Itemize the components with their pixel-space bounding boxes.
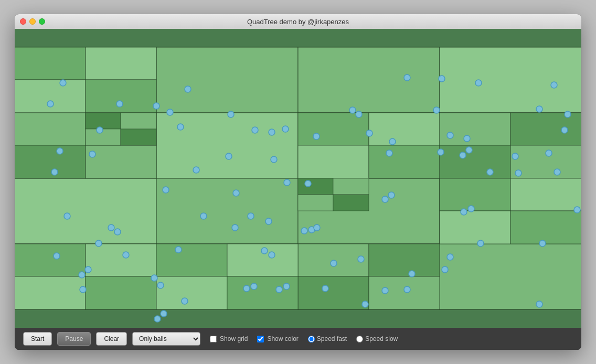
svg-point-81: [282, 126, 289, 132]
show-color-label: Show color: [267, 335, 298, 342]
svg-point-135: [79, 272, 85, 278]
svg-point-142: [276, 286, 282, 293]
svg-point-111: [574, 207, 580, 213]
svg-rect-25: [15, 113, 86, 145]
svg-point-112: [64, 213, 70, 219]
svg-point-78: [177, 124, 184, 130]
close-button[interactable]: [20, 18, 26, 25]
svg-rect-22: [86, 47, 156, 80]
svg-rect-42: [369, 244, 440, 276]
svg-point-149: [80, 286, 86, 293]
window-title: QuadTree demo by @jirkapenzes: [247, 18, 349, 26]
svg-rect-50: [510, 178, 581, 211]
svg-point-125: [123, 252, 129, 258]
svg-point-66: [551, 82, 557, 88]
svg-rect-33: [440, 113, 510, 145]
svg-point-91: [386, 150, 392, 156]
svg-rect-40: [86, 276, 156, 309]
svg-point-76: [565, 111, 571, 117]
svg-point-70: [167, 109, 173, 115]
speed-slow-label: Speed slow: [365, 335, 398, 342]
svg-point-75: [536, 106, 542, 112]
show-grid-checkbox[interactable]: [210, 336, 217, 342]
show-grid-group: Show grid: [210, 335, 248, 342]
toolbar: Start Pause Clear Only balls Show all Hi…: [15, 328, 581, 350]
speed-fast-radio[interactable]: [308, 336, 315, 342]
speed-fast-group: Speed fast: [308, 335, 347, 342]
svg-point-63: [404, 74, 410, 81]
svg-point-140: [243, 285, 250, 292]
clear-button[interactable]: Clear: [96, 332, 127, 346]
show-grid-label: Show grid: [220, 335, 248, 342]
svg-point-130: [358, 256, 364, 262]
speed-fast-label: Speed fast: [317, 335, 347, 342]
svg-point-107: [382, 196, 388, 202]
svg-rect-60: [227, 276, 298, 309]
mode-select[interactable]: Only balls Show all Hide all: [132, 332, 200, 346]
svg-point-152: [161, 311, 167, 317]
svg-rect-56: [333, 195, 369, 211]
svg-point-104: [233, 190, 239, 196]
svg-point-74: [433, 107, 440, 113]
start-button[interactable]: Start: [23, 332, 52, 346]
speed-slow-radio[interactable]: [356, 336, 363, 342]
svg-point-82: [313, 133, 320, 140]
svg-rect-27: [15, 145, 86, 178]
traffic-lights: [20, 18, 45, 25]
svg-point-123: [468, 206, 474, 212]
svg-rect-45: [86, 113, 121, 129]
svg-rect-53: [298, 178, 333, 195]
svg-rect-34: [510, 113, 581, 145]
svg-point-127: [261, 248, 268, 254]
svg-point-146: [382, 287, 388, 294]
svg-point-79: [252, 127, 258, 133]
svg-rect-21: [15, 47, 86, 80]
minimize-button[interactable]: [29, 18, 36, 25]
svg-rect-32: [369, 145, 440, 178]
svg-point-93: [460, 152, 466, 158]
svg-point-89: [226, 153, 232, 159]
svg-point-65: [475, 80, 482, 86]
svg-point-80: [269, 129, 275, 135]
svg-rect-46: [121, 113, 156, 129]
svg-point-100: [487, 169, 493, 175]
svg-rect-20: [440, 244, 581, 309]
svg-point-62: [185, 86, 191, 92]
svg-rect-8: [156, 113, 298, 178]
svg-point-64: [439, 76, 445, 82]
app-window: QuadTree demo by @jirkapenzes: [15, 14, 581, 350]
svg-point-124: [95, 240, 102, 247]
svg-point-87: [561, 127, 568, 133]
svg-point-103: [163, 187, 169, 193]
svg-point-72: [349, 107, 356, 113]
svg-rect-39: [15, 276, 86, 309]
svg-point-126: [175, 247, 182, 253]
svg-point-115: [200, 213, 207, 219]
maximize-button[interactable]: [39, 18, 45, 25]
svg-point-141: [251, 283, 257, 290]
svg-point-77: [97, 127, 103, 133]
svg-rect-35: [440, 145, 510, 178]
svg-point-97: [51, 169, 58, 175]
svg-point-83: [366, 130, 372, 136]
svg-point-68: [116, 101, 123, 107]
pause-button[interactable]: Pause: [57, 332, 91, 346]
svg-point-119: [301, 228, 307, 234]
svg-point-144: [322, 285, 328, 292]
svg-point-133: [447, 254, 453, 260]
svg-point-117: [248, 213, 254, 219]
svg-rect-57: [156, 244, 227, 276]
svg-point-110: [539, 240, 546, 247]
svg-point-96: [546, 150, 552, 156]
titlebar: QuadTree demo by @jirkapenzes: [15, 14, 581, 29]
svg-rect-6: [156, 47, 298, 113]
svg-point-147: [404, 286, 410, 293]
svg-point-105: [284, 179, 290, 186]
svg-point-71: [228, 111, 234, 117]
svg-point-122: [461, 209, 467, 215]
svg-point-101: [515, 170, 522, 176]
show-color-checkbox[interactable]: [257, 336, 264, 342]
svg-point-138: [157, 282, 164, 288]
canvas-area[interactable]: [15, 29, 581, 328]
svg-point-102: [554, 169, 560, 175]
